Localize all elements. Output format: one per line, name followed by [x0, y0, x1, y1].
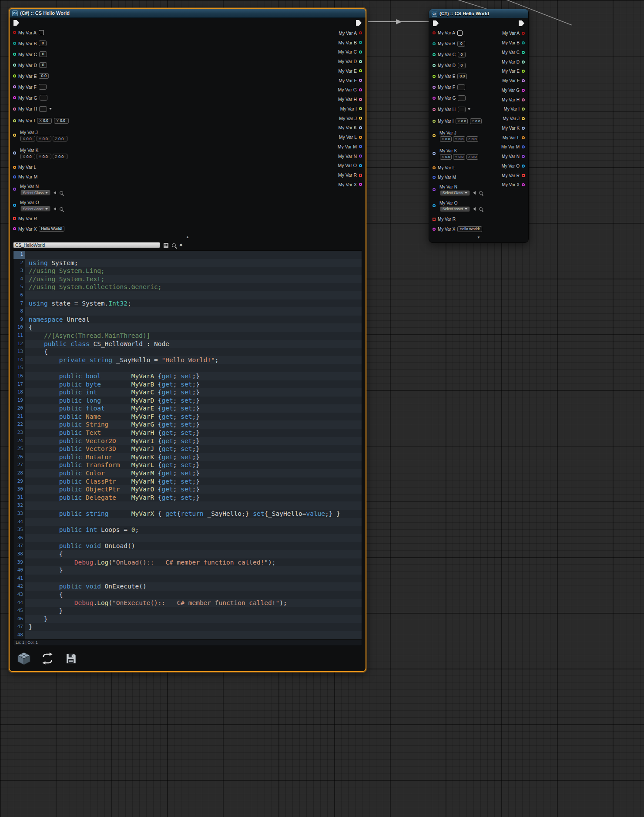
my-var-j-pin[interactable]	[13, 134, 16, 137]
my-var-n-pin[interactable]	[433, 188, 436, 191]
my-var-f-pin[interactable]	[13, 85, 16, 88]
my-var-i-x-field[interactable]: X0.0	[37, 118, 52, 124]
code-line[interactable]: 5//using System.Collections.Generic;	[13, 283, 362, 291]
my-var-i-y-field[interactable]: Y0.0	[54, 118, 69, 124]
code-line[interactable]: 21 public Name MyVarF {get; set;}	[13, 413, 362, 421]
code-line[interactable]: 6	[13, 291, 362, 299]
my-var-a-checkbox[interactable]	[39, 30, 44, 35]
code-line[interactable]: 44 Debug.Log("OnExecute():: C# member fu…	[13, 599, 362, 607]
my-var-n-pin[interactable]	[13, 188, 16, 191]
code-line[interactable]: 29 public ClassPtr MyVarN {get; set;}	[13, 477, 362, 486]
code-area[interactable]: 12using System;3//using System.Linq;4//u…	[13, 250, 362, 640]
exec-in-pin[interactable]	[433, 20, 439, 26]
code-line[interactable]: 3//using System.Linq;	[13, 267, 362, 275]
my-var-k-x-field[interactable]: X0.0	[440, 154, 452, 160]
code-line[interactable]: 34	[13, 518, 362, 526]
my-var-h-pin[interactable]	[433, 108, 436, 111]
code-line[interactable]: 38 {	[13, 550, 362, 558]
chevron-down-icon[interactable]	[468, 108, 470, 110]
code-line[interactable]: 24 public Vector2D MyVarI {get; set;}	[13, 437, 362, 445]
my-var-f-field[interactable]	[39, 84, 47, 90]
my-var-k-z-field[interactable]: Z0.0	[53, 154, 67, 159]
my-var-k-pin[interactable]	[433, 152, 436, 155]
code-line[interactable]: 45 }	[13, 607, 362, 615]
my-var-k-y-field[interactable]: Y0.0	[37, 154, 51, 159]
code-line[interactable]: 37 public void OnLoad()	[13, 542, 362, 550]
my-var-x-field[interactable]: Hello World!	[457, 226, 482, 232]
code-line[interactable]: 7using state = System.Int32;	[13, 299, 362, 308]
my-var-l-pin[interactable]	[433, 166, 436, 169]
code-line[interactable]: 11 //[Async(Thread.MainThread)]	[13, 332, 362, 340]
code-line[interactable]: 20 public float MyVarE {get; set;}	[13, 404, 362, 413]
browse-icon[interactable]	[60, 207, 63, 211]
code-line[interactable]: 2using System;	[13, 259, 362, 267]
my-var-o-pin[interactable]	[13, 204, 16, 207]
my-var-d-pin[interactable]	[13, 64, 16, 67]
my-var-g-pin[interactable]	[433, 97, 436, 100]
my-var-c-field[interactable]: 0	[39, 51, 47, 57]
code-line[interactable]: 36	[13, 534, 362, 542]
exec-in-pin[interactable]	[13, 20, 19, 26]
node-cs-helloworld-expanded[interactable]: C# (C#) :: CS Hello World My Var AMy Var…	[9, 8, 366, 672]
browse-icon[interactable]	[479, 191, 483, 195]
my-var-l-pin[interactable]	[13, 166, 16, 169]
code-line[interactable]: 9namespace Unreal	[13, 316, 362, 324]
my-var-f-pin[interactable]	[433, 86, 436, 89]
code-line[interactable]: 43 {	[13, 591, 362, 599]
my-var-r-pin[interactable]	[13, 217, 16, 220]
exec-out-pin[interactable]	[519, 20, 524, 26]
code-line[interactable]: 15	[13, 364, 362, 372]
my-var-d-field[interactable]: 0	[458, 63, 466, 68]
my-var-j-y-field[interactable]: Y0.0	[37, 136, 51, 141]
code-line[interactable]: 35 public int Loops = 0;	[13, 526, 362, 534]
code-line[interactable]: 12 public class CS_HelloWorld : Node	[13, 340, 362, 348]
browse-icon[interactable]	[479, 207, 483, 211]
code-line[interactable]: 10{	[13, 323, 362, 332]
search-icon[interactable]	[172, 243, 176, 247]
my-var-m-pin[interactable]	[13, 175, 16, 178]
node-header[interactable]: C# (C#) :: CS Hello World	[10, 9, 366, 18]
my-var-g-field[interactable]	[458, 95, 466, 101]
my-var-e-field[interactable]: 0.0	[39, 73, 49, 79]
reload-button[interactable]	[38, 650, 57, 667]
code-line[interactable]: 4//using System.Text;	[13, 275, 362, 283]
my-var-c-field[interactable]: 0	[458, 52, 466, 57]
my-var-d-pin[interactable]	[433, 64, 436, 67]
my-var-d-field[interactable]: 0	[39, 62, 47, 68]
my-var-i-pin[interactable]	[433, 120, 436, 123]
code-line[interactable]: 48	[13, 631, 362, 639]
my-var-b-field[interactable]: 0	[39, 40, 47, 46]
code-line[interactable]: 8	[13, 307, 362, 316]
code-line[interactable]: 1	[13, 251, 362, 259]
my-var-i-pin[interactable]	[13, 119, 16, 122]
code-line[interactable]: 16 public bool MyVarA {get; set;}	[13, 372, 362, 380]
code-line[interactable]: 40 }	[13, 566, 362, 575]
my-var-b-field[interactable]: 0	[457, 41, 465, 47]
code-line[interactable]: 27 public Transform MyVarL {get; set;}	[13, 461, 362, 469]
code-line[interactable]: 30 public ObjectPtr MyVarO {get; set;}	[13, 485, 362, 494]
my-var-h-field[interactable]	[458, 107, 466, 112]
code-line[interactable]: 19 public long MyVarD {get; set;}	[13, 397, 362, 405]
my-var-j-x-field[interactable]: X0.0	[20, 136, 35, 141]
code-line[interactable]: 22 public String MyVarG {get; set;}	[13, 420, 362, 429]
code-line[interactable]: 41	[13, 575, 362, 583]
code-line[interactable]: 17 public byte MyVarB {get; set;}	[13, 380, 362, 389]
my-var-x-pin[interactable]	[13, 227, 16, 230]
my-var-i-y-field[interactable]: Y0.0	[470, 118, 482, 124]
my-var-b-pin[interactable]	[13, 42, 16, 45]
my-var-r-pin[interactable]	[433, 218, 436, 221]
my-var-k-z-field[interactable]: Z0.0	[466, 154, 478, 160]
code-line[interactable]: 46 }	[13, 615, 362, 623]
my-var-b-pin[interactable]	[433, 42, 436, 45]
my-var-k-x-field[interactable]: X0.0	[20, 154, 35, 159]
my-var-h-pin[interactable]	[13, 108, 16, 111]
compile-button[interactable]	[15, 650, 33, 667]
my-var-j-pin[interactable]	[433, 134, 436, 137]
browse-icon[interactable]	[60, 191, 63, 195]
code-line[interactable]: 39 Debug.Log("OnLoad():: C# member funct…	[13, 558, 362, 567]
grid-icon[interactable]	[164, 243, 168, 248]
code-line[interactable]: 33 public string MyVarX { get{return _Sa…	[13, 510, 362, 518]
node-cs-helloworld-collapsed[interactable]: C# (C#) :: CS Hello World My Var AMy Var…	[429, 9, 529, 243]
collapse-toggle[interactable]: ▲	[10, 234, 366, 240]
save-button[interactable]	[62, 650, 80, 667]
